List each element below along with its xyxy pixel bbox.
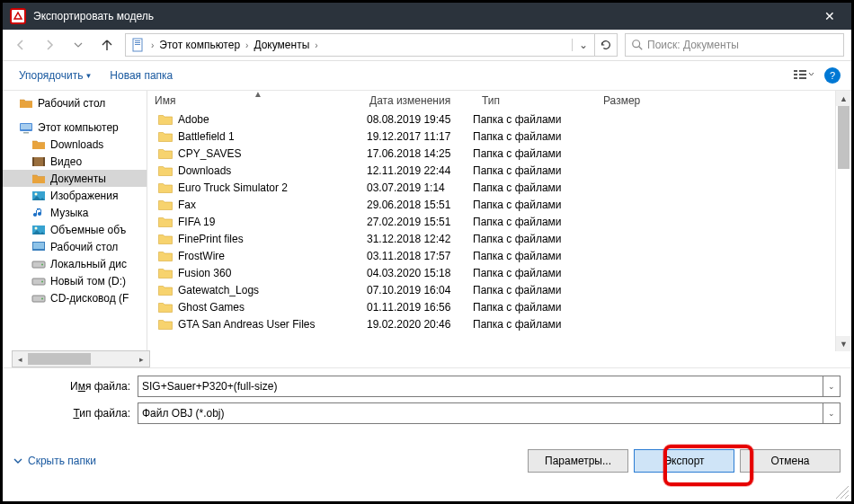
tree-item-10[interactable]: Новый том (D:) — [3, 272, 147, 289]
file-row[interactable]: Adobe08.08.2019 19:45Папка с файлами — [149, 111, 832, 128]
tree-icon — [31, 240, 46, 254]
new-folder-button[interactable]: Новая папка — [104, 66, 178, 85]
filetype-label: Тип файла: — [13, 407, 138, 420]
folder-icon — [158, 199, 173, 211]
file-row[interactable]: Gatewatch_Logs07.10.2019 16:04Папка с фа… — [149, 281, 832, 298]
file-row[interactable]: Battlefield 119.12.2017 11:17Папка с фай… — [149, 128, 832, 145]
svg-rect-15 — [21, 124, 31, 129]
tree-item-0[interactable]: Рабочий стол — [3, 94, 147, 111]
hide-folders-button[interactable]: Скрыть папки — [13, 455, 96, 467]
svg-rect-17 — [32, 157, 45, 166]
filetype-dropdown[interactable]: ⌄ — [823, 402, 841, 424]
tree-item-1[interactable]: Этот компьютер — [3, 119, 147, 136]
export-button[interactable]: Экспорт — [634, 449, 734, 473]
svg-rect-9 — [794, 74, 797, 75]
tree-icon — [31, 291, 46, 305]
folder-icon — [158, 130, 173, 143]
tree-item-9[interactable]: Локальный дис — [3, 255, 147, 272]
tree-icon — [31, 274, 46, 288]
svg-rect-19 — [43, 157, 45, 166]
svg-rect-4 — [135, 42, 140, 43]
svg-point-31 — [41, 297, 43, 299]
folder-icon — [158, 250, 173, 262]
tree-icon — [31, 206, 46, 220]
file-row[interactable]: Downloads12.11.2019 22:44Папка с файлами — [149, 162, 832, 179]
folder-icon — [158, 284, 173, 296]
file-row[interactable]: Fusion 36004.03.2020 15:18Папка с файлам… — [149, 264, 832, 281]
svg-point-27 — [41, 263, 43, 265]
resize-grip-icon[interactable] — [836, 486, 849, 499]
folder-icon — [158, 301, 173, 314]
sort-indicator-icon: ▲ — [254, 89, 262, 99]
path-seg-0[interactable]: Этот компьютер — [154, 34, 245, 56]
tree-item-8[interactable]: Рабочий стол — [3, 238, 147, 255]
tree-icon — [31, 137, 46, 152]
svg-point-29 — [41, 280, 43, 282]
tree-icon — [31, 155, 46, 169]
tree-item-6[interactable]: Музыка — [3, 204, 147, 221]
path-seg-1[interactable]: Документы — [248, 34, 315, 56]
filename-label: Имя файла: — [13, 380, 138, 393]
nav-recent-button[interactable] — [67, 34, 89, 56]
column-headers[interactable]: ▲ Имя Дата изменения Тип Размер — [149, 91, 832, 111]
doc-icon — [126, 34, 151, 56]
app-icon — [10, 8, 26, 24]
folder-icon — [158, 181, 173, 194]
tree-icon — [31, 189, 46, 203]
folder-icon — [158, 233, 173, 245]
tree-item-11[interactable]: CD-дисковод (F — [3, 289, 147, 306]
svg-point-21 — [35, 192, 38, 195]
tree-item-3[interactable]: Видео — [3, 153, 147, 170]
file-row[interactable]: GTA San Andreas User Files19.02.2020 20:… — [149, 315, 832, 332]
svg-rect-3 — [135, 40, 140, 41]
filetype-select[interactable]: Файл OBJ (*.obj) — [138, 402, 823, 424]
nav-forward-button[interactable] — [39, 34, 60, 56]
file-list[interactable]: Adobe08.08.2019 19:45Папка с файламиBatt… — [149, 111, 832, 351]
path-dropdown[interactable]: ⌄ — [572, 39, 594, 51]
options-button[interactable]: Параметры... — [528, 449, 628, 473]
folder-icon — [158, 147, 173, 160]
help-button[interactable]: ? — [824, 67, 841, 84]
search-input[interactable]: Поиск: Документы — [625, 33, 844, 57]
folder-icon — [158, 318, 173, 331]
window-title: Экспортировать модель — [33, 10, 815, 22]
cancel-button[interactable]: Отмена — [740, 449, 841, 473]
file-row[interactable]: FinePrint files31.12.2018 12:42Папка с ф… — [149, 230, 832, 247]
tree-icon — [31, 257, 46, 271]
file-row[interactable]: Ghost Games01.11.2019 16:56Папка с файла… — [149, 298, 832, 315]
file-row[interactable]: FrostWire03.11.2018 17:57Папка с файлами — [149, 247, 832, 264]
filename-dropdown[interactable]: ⌄ — [823, 376, 841, 397]
file-row[interactable]: CPY_SAVES17.06.2018 14:25Папка с файлами — [149, 145, 832, 162]
nav-up-button[interactable] — [96, 34, 118, 56]
svg-rect-16 — [23, 132, 29, 134]
tree-item-4[interactable]: Документы — [3, 170, 147, 187]
folder-icon — [158, 113, 173, 126]
tree-h-scrollbar[interactable]: ◂ ▸ — [12, 350, 150, 367]
svg-rect-0 — [11, 9, 25, 23]
svg-rect-10 — [794, 77, 797, 79]
file-row[interactable]: FIFA 1927.02.2019 15:51Папка с файлами — [149, 213, 832, 230]
svg-rect-8 — [794, 70, 797, 72]
tree-item-2[interactable]: Downloads — [3, 136, 147, 153]
filename-input[interactable]: SIG+Sauer+P320+(full-size) — [138, 376, 823, 397]
svg-point-6 — [633, 40, 640, 48]
refresh-button[interactable] — [595, 33, 618, 57]
address-bar[interactable]: › Этот компьютер › Документы › ⌄ — [125, 33, 595, 57]
tree-item-5[interactable]: Изображения — [3, 187, 147, 204]
view-options-button[interactable] — [788, 66, 819, 84]
folder-icon — [158, 267, 173, 279]
folder-icon — [158, 216, 173, 228]
svg-rect-5 — [135, 44, 140, 45]
organize-button[interactable]: Упорядочить ▼ — [13, 66, 97, 85]
tree-item-7[interactable]: Объемные объ — [3, 221, 147, 238]
svg-point-23 — [35, 226, 38, 229]
close-button[interactable]: ✕ — [815, 7, 844, 25]
navigation-tree[interactable]: Рабочий столЭтот компьютерDownloadsВидео… — [3, 91, 147, 351]
nav-back-button[interactable] — [10, 34, 31, 56]
svg-rect-12 — [799, 74, 806, 75]
file-row[interactable]: Fax29.06.2018 15:51Папка с файлами — [149, 196, 832, 213]
svg-rect-25 — [33, 243, 44, 249]
files-scrollbar[interactable]: ▲ ▼ — [835, 91, 851, 351]
tree-icon — [19, 120, 33, 135]
file-row[interactable]: Euro Truck Simulator 203.07.2019 1:14Пап… — [149, 179, 832, 196]
